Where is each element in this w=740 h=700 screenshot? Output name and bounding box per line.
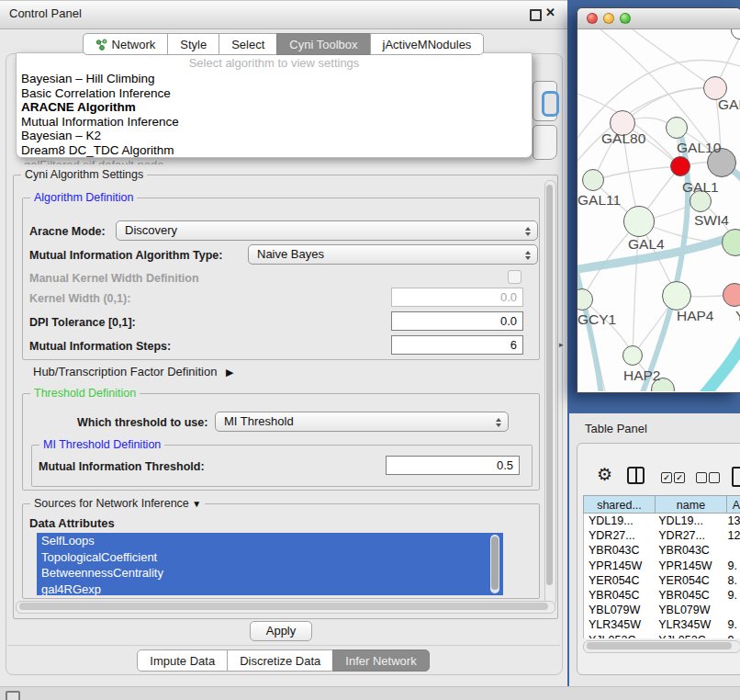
deselect-checkbox-icon[interactable]	[696, 472, 707, 483]
table-cell: 9.	[723, 559, 740, 573]
mi-threshold-field[interactable]: 0.5	[386, 456, 520, 475]
zoom-traffic-light-icon[interactable]	[620, 13, 631, 24]
table-cell: YDL19...	[654, 514, 723, 528]
table-panel-title: Table Panel	[585, 422, 647, 435]
algorithm-option-bayesian-hill-climbing[interactable]: Bayesian – Hill Climbing	[21, 72, 532, 86]
sources-title-text: Sources for Network Inference	[34, 497, 189, 510]
attribute-item-topologicalcoefficient[interactable]: TopologicalCoefficient	[37, 549, 503, 566]
network-canvas[interactable]: GALGAL80GAL10GAL1GAL11SWI4GAL4GCY1HAP4YH…	[577, 29, 740, 391]
table-cell: YER054C	[584, 573, 654, 588]
table-row[interactable]: YBR045CYBR045C9.	[584, 588, 740, 603]
control-panel-tab-bar: NetworkStyleSelectCyni ToolboxjActiveMNo…	[0, 33, 567, 55]
column-header-name[interactable]: name	[656, 495, 727, 514]
attributes-scrollbar[interactable]	[490, 535, 499, 593]
algorithm-option-dream8-dc-tdc-algorithm[interactable]: Dream8 DC_TDC Algorithm	[21, 143, 532, 158]
table-cell: YDR27...	[584, 528, 654, 543]
node-label-gal4: GAL4	[628, 236, 665, 253]
minimized-panel-icon[interactable]	[6, 691, 20, 700]
data-attributes-list[interactable]: SelfLoopsTopologicalCoefficientBetweenne…	[37, 533, 503, 595]
node-label-gcy1: GCY1	[577, 311, 616, 328]
settings-horizontal-scrollbar[interactable]	[16, 601, 555, 614]
tab-cyni-toolbox[interactable]: Cyni Toolbox	[276, 33, 370, 55]
node-label-gal80: GAL80	[601, 130, 645, 147]
expand-right-icon[interactable]: ▶	[226, 367, 233, 378]
apply-button[interactable]: Apply	[250, 621, 312, 641]
tab-infer-network[interactable]: Infer Network	[332, 649, 429, 672]
node-label-y: Y	[735, 308, 740, 324]
select-all-checkbox-icon[interactable]: ✓	[674, 472, 685, 483]
which-threshold-label: Which threshold to use:	[77, 416, 207, 429]
tab-label: Infer Network	[345, 654, 416, 668]
tab-select[interactable]: Select	[219, 33, 277, 55]
gear-icon[interactable]: ⚙	[597, 466, 612, 483]
tab-impute-data[interactable]: Impute Data	[137, 649, 228, 672]
algorithm-option-basic-correlation-inference[interactable]: Basic Correlation Inference	[21, 86, 532, 101]
column-header-shared[interactable]: shared...	[583, 495, 656, 514]
table-cell	[723, 603, 740, 617]
algorithm-option-bayesian-k2[interactable]: Bayesian – K2	[21, 129, 532, 143]
aracne-mode-combobox[interactable]: Discovery	[116, 220, 538, 241]
node-gal11[interactable]	[582, 169, 604, 191]
node-hap4[interactable]	[662, 281, 691, 310]
node-gal1[interactable]	[670, 156, 690, 176]
network-combo-text: galFiltered.sif default node	[24, 158, 163, 164]
table-panel-body: ⚙ ✓ ✓ shared...nameA YDL19...YDL19...13Y…	[577, 443, 740, 675]
table-row[interactable]: YBR043CYBR043C	[584, 543, 740, 558]
background-combobox-fragment	[533, 125, 557, 160]
columns-icon[interactable]	[627, 467, 645, 484]
node-y[interactable]	[723, 283, 740, 307]
table-row[interactable]: YJL052CYJL052C9.	[584, 633, 740, 639]
node-label-gal1: GAL1	[682, 179, 719, 196]
deselect-checkbox-icon[interactable]	[709, 472, 720, 483]
aracne-mode-label: Aracne Mode:	[29, 225, 106, 238]
attributes-scrollbar-thumb[interactable]	[491, 536, 499, 590]
table-row[interactable]: YER054CYER054C8.	[584, 573, 740, 588]
algorithm-option-aracne-algorithm[interactable]: ARACNE Algorithm	[21, 100, 532, 115]
tab-network[interactable]: Network	[83, 33, 169, 55]
table-cell: YJL052C	[654, 633, 723, 639]
hub-definition-label: Hub/Transcription Factor Definition	[33, 365, 217, 378]
table-horizontal-scrollbar[interactable]	[583, 640, 740, 653]
algorithm-option-mutual-information-inference[interactable]: Mutual Information Inference	[21, 115, 532, 130]
table-row[interactable]: YDR27...YDR27...12	[584, 528, 740, 543]
tab-jactivemnodules[interactable]: jActiveMNodules	[370, 33, 485, 55]
kernel-width-field[interactable]: 0.0	[391, 288, 523, 307]
attribute-item-selfloops[interactable]: SelfLoops	[37, 533, 503, 549]
hub-definition-section[interactable]: Hub/Transcription Factor Definition ▶	[33, 365, 233, 378]
node-gal10[interactable]	[666, 117, 688, 139]
node-hap2[interactable]	[622, 345, 643, 366]
table-horizontal-scrollbar-thumb[interactable]	[587, 642, 732, 649]
table-row[interactable]: YPR145WYPR145W9.	[584, 559, 740, 573]
float-window-icon[interactable]	[530, 9, 542, 21]
mi-algorithm-type-combobox[interactable]: Naive Bayes	[248, 244, 538, 265]
mi-steps-field[interactable]: 6	[391, 335, 523, 355]
which-threshold-combobox[interactable]: MI Threshold	[215, 412, 509, 432]
manual-kernel-width-checkbox[interactable]	[508, 270, 521, 284]
network-icon	[95, 39, 107, 51]
network-window-titlebar[interactable]	[577, 8, 740, 29]
settings-horizontal-scrollbar-thumb[interactable]	[19, 603, 548, 610]
attribute-item-gal4rgexp[interactable]: gal4RGexp	[37, 581, 503, 596]
collapse-down-icon[interactable]: ▼	[192, 499, 201, 509]
attribute-item-betweennesscentrality[interactable]: BetweennessCentrality	[37, 565, 503, 581]
table-cell: YER054C	[654, 573, 723, 588]
close-icon[interactable]: ✕	[545, 6, 555, 19]
table-row[interactable]: YDL19...YDL19...13	[584, 514, 740, 528]
select-all-checkbox-icon[interactable]: ✓	[661, 472, 672, 483]
tab-style[interactable]: Style	[167, 33, 219, 55]
dpi-tolerance-field[interactable]: 0.0	[391, 311, 523, 331]
close-traffic-light-icon[interactable]	[587, 13, 598, 24]
table-row[interactable]: YBL079WYBL079W	[584, 603, 740, 617]
algorithm-dropdown-placeholder: Select algorithm to view settings	[17, 56, 532, 70]
table-header: shared...nameA	[583, 495, 740, 514]
settings-vertical-scrollbar[interactable]	[544, 180, 556, 606]
table-row[interactable]: YLR345WYLR345W9.	[584, 617, 740, 632]
settings-vertical-scrollbar-thumb[interactable]	[546, 185, 553, 585]
minimize-traffic-light-icon[interactable]	[603, 13, 614, 24]
status-strip	[0, 686, 740, 700]
node-gal4[interactable]	[623, 206, 655, 237]
table-cell: YBL079W	[584, 603, 654, 617]
new-table-icon[interactable]	[732, 467, 740, 487]
tab-discretize-data[interactable]: Discretize Data	[227, 649, 333, 672]
column-header-a[interactable]: A	[727, 495, 740, 514]
